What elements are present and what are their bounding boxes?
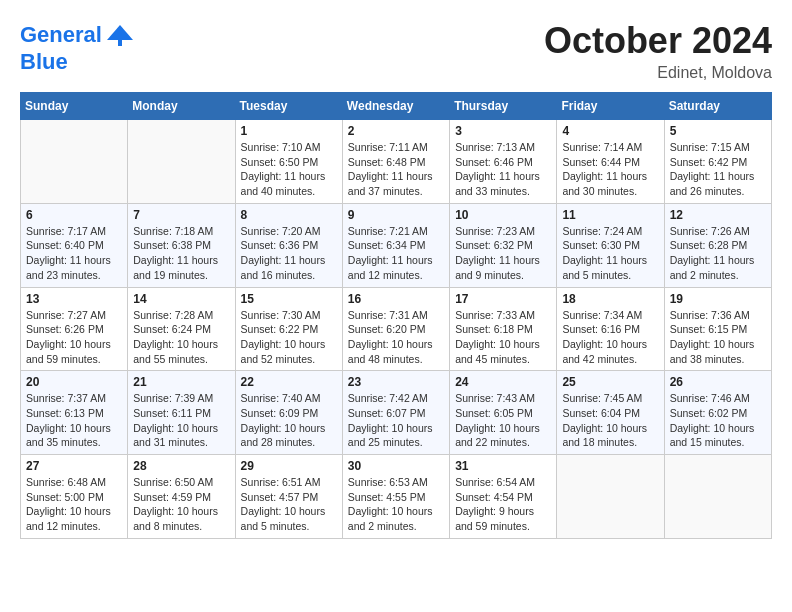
day-number: 7 (133, 208, 229, 222)
day-number: 14 (133, 292, 229, 306)
calendar-week-row: 6Sunrise: 7:17 AMSunset: 6:40 PMDaylight… (21, 203, 772, 287)
calendar-cell: 26Sunrise: 7:46 AMSunset: 6:02 PMDayligh… (664, 371, 771, 455)
calendar-cell: 12Sunrise: 7:26 AMSunset: 6:28 PMDayligh… (664, 203, 771, 287)
svg-marker-0 (107, 25, 133, 40)
day-info: Sunrise: 7:40 AMSunset: 6:09 PMDaylight:… (241, 391, 337, 450)
day-info: Sunrise: 6:48 AMSunset: 5:00 PMDaylight:… (26, 475, 122, 534)
day-info: Sunrise: 7:45 AMSunset: 6:04 PMDaylight:… (562, 391, 658, 450)
day-number: 2 (348, 124, 444, 138)
day-info: Sunrise: 6:50 AMSunset: 4:59 PMDaylight:… (133, 475, 229, 534)
day-info: Sunrise: 7:46 AMSunset: 6:02 PMDaylight:… (670, 391, 766, 450)
day-info: Sunrise: 7:20 AMSunset: 6:36 PMDaylight:… (241, 224, 337, 283)
day-info: Sunrise: 7:28 AMSunset: 6:24 PMDaylight:… (133, 308, 229, 367)
day-info: Sunrise: 7:26 AMSunset: 6:28 PMDaylight:… (670, 224, 766, 283)
day-info: Sunrise: 7:11 AMSunset: 6:48 PMDaylight:… (348, 140, 444, 199)
calendar-cell: 18Sunrise: 7:34 AMSunset: 6:16 PMDayligh… (557, 287, 664, 371)
calendar-week-row: 13Sunrise: 7:27 AMSunset: 6:26 PMDayligh… (21, 287, 772, 371)
day-info: Sunrise: 7:39 AMSunset: 6:11 PMDaylight:… (133, 391, 229, 450)
day-number: 21 (133, 375, 229, 389)
day-number: 6 (26, 208, 122, 222)
col-monday: Monday (128, 93, 235, 120)
calendar-cell (128, 120, 235, 204)
day-number: 3 (455, 124, 551, 138)
day-info: Sunrise: 7:13 AMSunset: 6:46 PMDaylight:… (455, 140, 551, 199)
day-number: 13 (26, 292, 122, 306)
day-number: 17 (455, 292, 551, 306)
day-number: 20 (26, 375, 122, 389)
calendar-cell: 10Sunrise: 7:23 AMSunset: 6:32 PMDayligh… (450, 203, 557, 287)
calendar-cell: 28Sunrise: 6:50 AMSunset: 4:59 PMDayligh… (128, 455, 235, 539)
day-info: Sunrise: 7:33 AMSunset: 6:18 PMDaylight:… (455, 308, 551, 367)
calendar-cell: 4Sunrise: 7:14 AMSunset: 6:44 PMDaylight… (557, 120, 664, 204)
day-info: Sunrise: 6:51 AMSunset: 4:57 PMDaylight:… (241, 475, 337, 534)
day-number: 24 (455, 375, 551, 389)
calendar-cell: 27Sunrise: 6:48 AMSunset: 5:00 PMDayligh… (21, 455, 128, 539)
calendar-week-row: 1Sunrise: 7:10 AMSunset: 6:50 PMDaylight… (21, 120, 772, 204)
calendar-cell: 1Sunrise: 7:10 AMSunset: 6:50 PMDaylight… (235, 120, 342, 204)
day-number: 28 (133, 459, 229, 473)
calendar-cell: 14Sunrise: 7:28 AMSunset: 6:24 PMDayligh… (128, 287, 235, 371)
day-number: 5 (670, 124, 766, 138)
location-subtitle: Edinet, Moldova (544, 64, 772, 82)
calendar-cell: 2Sunrise: 7:11 AMSunset: 6:48 PMDaylight… (342, 120, 449, 204)
day-info: Sunrise: 7:17 AMSunset: 6:40 PMDaylight:… (26, 224, 122, 283)
calendar-cell: 9Sunrise: 7:21 AMSunset: 6:34 PMDaylight… (342, 203, 449, 287)
day-number: 11 (562, 208, 658, 222)
calendar-cell (664, 455, 771, 539)
day-info: Sunrise: 7:43 AMSunset: 6:05 PMDaylight:… (455, 391, 551, 450)
day-number: 23 (348, 375, 444, 389)
day-number: 18 (562, 292, 658, 306)
calendar-header-row: Sunday Monday Tuesday Wednesday Thursday… (21, 93, 772, 120)
col-sunday: Sunday (21, 93, 128, 120)
calendar-cell: 5Sunrise: 7:15 AMSunset: 6:42 PMDaylight… (664, 120, 771, 204)
calendar-cell (557, 455, 664, 539)
day-number: 12 (670, 208, 766, 222)
calendar-cell: 22Sunrise: 7:40 AMSunset: 6:09 PMDayligh… (235, 371, 342, 455)
day-info: Sunrise: 6:53 AMSunset: 4:55 PMDaylight:… (348, 475, 444, 534)
day-number: 10 (455, 208, 551, 222)
logo-blue-text: Blue (20, 50, 135, 74)
col-thursday: Thursday (450, 93, 557, 120)
calendar-cell: 11Sunrise: 7:24 AMSunset: 6:30 PMDayligh… (557, 203, 664, 287)
day-info: Sunrise: 7:23 AMSunset: 6:32 PMDaylight:… (455, 224, 551, 283)
day-info: Sunrise: 7:15 AMSunset: 6:42 PMDaylight:… (670, 140, 766, 199)
calendar-cell (21, 120, 128, 204)
day-number: 8 (241, 208, 337, 222)
logo-icon (105, 20, 135, 50)
calendar-cell: 31Sunrise: 6:54 AMSunset: 4:54 PMDayligh… (450, 455, 557, 539)
day-number: 29 (241, 459, 337, 473)
day-number: 9 (348, 208, 444, 222)
day-number: 16 (348, 292, 444, 306)
day-info: Sunrise: 7:42 AMSunset: 6:07 PMDaylight:… (348, 391, 444, 450)
day-number: 15 (241, 292, 337, 306)
calendar-cell: 21Sunrise: 7:39 AMSunset: 6:11 PMDayligh… (128, 371, 235, 455)
day-number: 26 (670, 375, 766, 389)
day-info: Sunrise: 7:14 AMSunset: 6:44 PMDaylight:… (562, 140, 658, 199)
calendar-cell: 23Sunrise: 7:42 AMSunset: 6:07 PMDayligh… (342, 371, 449, 455)
month-year-title: October 2024 (544, 20, 772, 62)
title-block: October 2024 Edinet, Moldova (544, 20, 772, 82)
calendar-cell: 16Sunrise: 7:31 AMSunset: 6:20 PMDayligh… (342, 287, 449, 371)
logo-text: General (20, 23, 102, 47)
calendar-cell: 13Sunrise: 7:27 AMSunset: 6:26 PMDayligh… (21, 287, 128, 371)
day-info: Sunrise: 7:27 AMSunset: 6:26 PMDaylight:… (26, 308, 122, 367)
calendar-cell: 24Sunrise: 7:43 AMSunset: 6:05 PMDayligh… (450, 371, 557, 455)
calendar-week-row: 20Sunrise: 7:37 AMSunset: 6:13 PMDayligh… (21, 371, 772, 455)
calendar-cell: 17Sunrise: 7:33 AMSunset: 6:18 PMDayligh… (450, 287, 557, 371)
day-number: 4 (562, 124, 658, 138)
calendar-cell: 20Sunrise: 7:37 AMSunset: 6:13 PMDayligh… (21, 371, 128, 455)
day-number: 25 (562, 375, 658, 389)
calendar-table: Sunday Monday Tuesday Wednesday Thursday… (20, 92, 772, 539)
logo: General Blue (20, 20, 135, 74)
day-info: Sunrise: 6:54 AMSunset: 4:54 PMDaylight:… (455, 475, 551, 534)
day-number: 30 (348, 459, 444, 473)
day-info: Sunrise: 7:18 AMSunset: 6:38 PMDaylight:… (133, 224, 229, 283)
page-header: General Blue October 2024 Edinet, Moldov… (20, 20, 772, 82)
day-number: 31 (455, 459, 551, 473)
day-number: 1 (241, 124, 337, 138)
calendar-cell: 19Sunrise: 7:36 AMSunset: 6:15 PMDayligh… (664, 287, 771, 371)
calendar-week-row: 27Sunrise: 6:48 AMSunset: 5:00 PMDayligh… (21, 455, 772, 539)
day-number: 19 (670, 292, 766, 306)
calendar-cell: 7Sunrise: 7:18 AMSunset: 6:38 PMDaylight… (128, 203, 235, 287)
day-info: Sunrise: 7:31 AMSunset: 6:20 PMDaylight:… (348, 308, 444, 367)
